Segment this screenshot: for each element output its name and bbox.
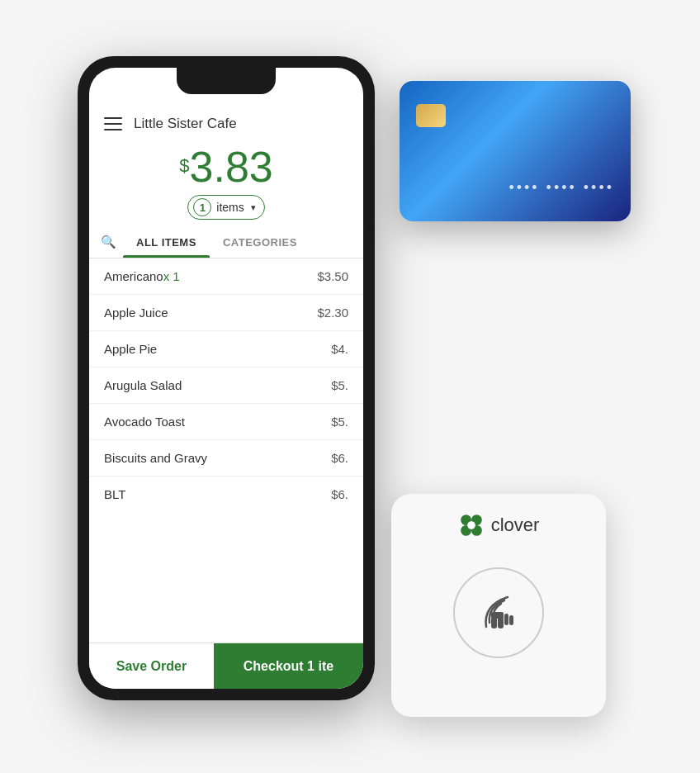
item-price: $4. <box>331 342 348 356</box>
item-price: $6. <box>331 487 348 501</box>
save-order-button[interactable]: Save Order <box>89 643 214 689</box>
search-icon[interactable]: 🔍 <box>101 226 123 258</box>
item-price: $2.30 <box>317 306 348 320</box>
list-item[interactable]: Arugula Salad $5. <box>89 368 363 404</box>
item-name: Apple Juice <box>104 306 168 320</box>
list-item[interactable]: Apple Pie $4. <box>89 331 363 368</box>
tabs-bar: 🔍 ALL ITEMS CATEGORIES <box>89 226 363 258</box>
item-price: $6. <box>331 451 348 465</box>
app-header: Little Sister Cafe <box>89 109 363 137</box>
credit-card: •••• •••• •••• <box>400 81 631 221</box>
list-item[interactable]: Avocado Toast $5. <box>89 404 363 440</box>
card-chip <box>416 104 446 127</box>
items-badge[interactable]: 1 items ▾ <box>187 195 264 220</box>
svg-rect-6 <box>504 614 508 625</box>
tab-all-items[interactable]: ALL ITEMS <box>123 228 210 257</box>
bottom-bar: Save Order Checkout 1 ite <box>89 643 363 689</box>
clover-logo-icon <box>458 512 485 538</box>
clover-reader: clover <box>391 494 606 717</box>
svg-point-4 <box>467 521 475 529</box>
list-item[interactable]: Biscuits and Gravy $6. <box>89 440 363 477</box>
total-amount: $3.83 <box>179 145 272 188</box>
item-highlight: x 1 <box>163 269 180 283</box>
item-name: Arugula Salad <box>104 378 182 392</box>
item-name: Biscuits and Gravy <box>104 451 207 465</box>
list-item[interactable]: BLT $6. <box>89 477 363 512</box>
phone-notch <box>177 68 276 94</box>
clover-brand-name: clover <box>491 515 540 536</box>
cafe-name: Little Sister Cafe <box>134 116 237 132</box>
svg-rect-9 <box>491 612 504 619</box>
status-bar <box>89 94 363 109</box>
item-price: $5. <box>331 415 348 429</box>
nfc-symbol <box>453 567 544 658</box>
svg-rect-8 <box>491 617 497 628</box>
chevron-icon: ▾ <box>251 202 256 213</box>
svg-rect-7 <box>509 615 513 625</box>
list-item[interactable]: Americanox 1 $3.50 <box>89 258 363 295</box>
currency-symbol: $ <box>179 155 189 176</box>
total-section: $3.83 1 items ▾ <box>89 137 363 226</box>
checkout-button[interactable]: Checkout 1 ite <box>214 643 363 689</box>
item-price: $5. <box>331 378 348 392</box>
nfc-tap-icon <box>470 584 527 642</box>
hamburger-icon[interactable] <box>104 117 122 130</box>
scene: Little Sister Cafe $3.83 1 items ▾ 🔍 ALL… <box>53 31 647 742</box>
item-name: BLT <box>104 487 125 501</box>
card-number: •••• •••• •••• <box>508 179 614 197</box>
list-item[interactable]: Apple Juice $2.30 <box>89 295 363 331</box>
item-name: Apple Pie <box>104 342 157 356</box>
phone: Little Sister Cafe $3.83 1 items ▾ 🔍 ALL… <box>78 56 375 700</box>
item-name: Americanox 1 <box>104 269 180 283</box>
badge-label: items <box>216 201 244 214</box>
item-name: Avocado Toast <box>104 415 185 429</box>
tab-categories[interactable]: CATEGORIES <box>210 228 310 257</box>
badge-count: 1 <box>193 198 211 216</box>
item-price: $3.50 <box>317 269 348 283</box>
items-list: Americanox 1 $3.50 Apple Juice $2.30 App… <box>89 258 363 643</box>
clover-brand: clover <box>458 512 540 538</box>
